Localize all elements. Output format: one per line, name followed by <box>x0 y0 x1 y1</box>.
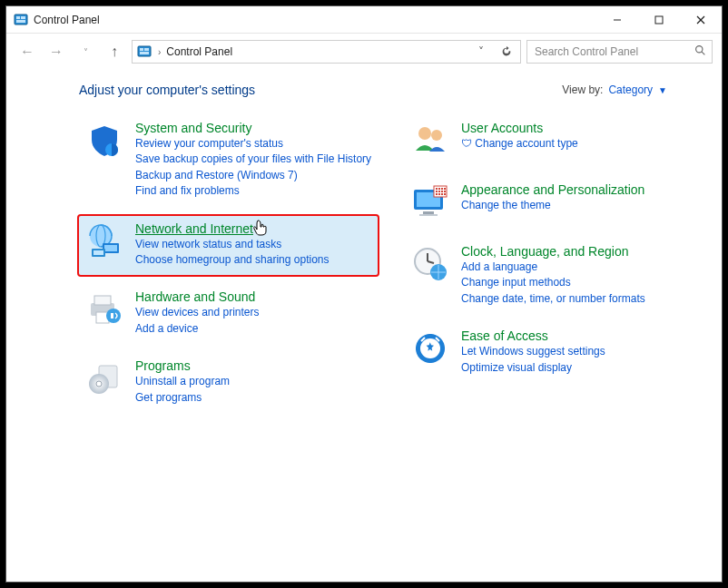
svg-rect-43 <box>444 191 446 192</box>
svg-rect-34 <box>419 214 438 216</box>
sub-link[interactable]: View devices and printers <box>135 305 372 320</box>
page-heading: Adjust your computer's settings <box>79 83 255 97</box>
svg-rect-20 <box>93 250 103 255</box>
up-button[interactable]: ↑ <box>103 40 126 64</box>
svg-rect-36 <box>436 188 438 190</box>
category-user-accounts[interactable]: User Accounts 🛡 Change account type <box>405 115 703 168</box>
address-bar[interactable]: › Control Panel ˅ <box>132 40 521 64</box>
svg-point-28 <box>96 381 102 387</box>
control-panel-icon <box>136 44 152 60</box>
titlebar: Control Panel <box>6 6 722 34</box>
sub-link[interactable]: Change the theme <box>461 198 698 213</box>
people-icon <box>410 121 450 161</box>
svg-rect-3 <box>16 20 25 23</box>
shield-icon <box>84 121 124 161</box>
sub-link[interactable]: 🛡 Change account type <box>461 136 698 152</box>
forward-button[interactable]: → <box>44 40 68 64</box>
category-hardware-sound[interactable]: Hardware and Sound View devices and prin… <box>79 284 378 344</box>
breadcrumb-chevron-icon[interactable]: › <box>158 47 161 57</box>
category-programs[interactable]: Programs Uninstall a program Get program… <box>79 353 378 413</box>
breadcrumb-root[interactable]: Control Panel <box>166 45 232 58</box>
search-box[interactable] <box>526 40 713 64</box>
disc-box-icon <box>84 358 124 398</box>
sub-link[interactable]: View network status and tasks <box>135 237 372 252</box>
view-by-label: View by: <box>562 83 603 96</box>
category-title[interactable]: Hardware and Sound <box>135 289 372 304</box>
search-input[interactable] <box>533 44 694 59</box>
back-button[interactable]: ← <box>15 40 39 64</box>
category-ease-of-access[interactable]: Ease of Access Let Windows suggest setti… <box>405 323 703 383</box>
category-column-right: User Accounts 🛡 Change account type Appe… <box>405 115 703 413</box>
svg-rect-22 <box>94 296 111 305</box>
svg-rect-42 <box>441 191 443 192</box>
svg-rect-9 <box>140 48 143 51</box>
svg-rect-47 <box>444 193 446 195</box>
view-by-control[interactable]: View by: Category ▼ <box>562 83 667 96</box>
svg-rect-2 <box>21 16 25 19</box>
category-title[interactable]: Programs <box>135 358 372 373</box>
sub-link[interactable]: Change date, time, or number formats <box>461 291 698 307</box>
svg-rect-25 <box>111 313 113 318</box>
close-button[interactable] <box>680 6 722 34</box>
window-title: Control Panel <box>34 14 100 26</box>
refresh-button[interactable] <box>497 42 516 62</box>
svg-rect-40 <box>436 191 438 192</box>
svg-rect-10 <box>144 48 149 51</box>
svg-point-30 <box>431 130 442 141</box>
control-panel-icon <box>14 13 28 27</box>
category-network-internet[interactable]: Network and Internet View network status… <box>79 216 378 276</box>
sub-link[interactable]: Save backup copies of your files with Fi… <box>135 152 372 167</box>
svg-point-29 <box>418 127 431 140</box>
ease-of-access-icon <box>410 328 450 368</box>
svg-rect-41 <box>438 191 440 192</box>
sub-link[interactable]: Change input methods <box>461 275 698 290</box>
content-area: Adjust your computer's settings View by:… <box>6 70 722 582</box>
sub-link[interactable]: Backup and Restore (Windows 7) <box>135 168 372 183</box>
svg-rect-45 <box>438 193 440 195</box>
svg-point-12 <box>696 46 703 53</box>
category-system-security[interactable]: System and Security Review your computer… <box>79 115 378 207</box>
nav-toolbar: ← → ˅ ↑ › Control Panel ˅ <box>6 34 722 70</box>
svg-rect-8 <box>138 46 151 56</box>
svg-rect-1 <box>16 16 20 19</box>
svg-rect-11 <box>140 52 149 54</box>
view-by-value[interactable]: Category <box>608 83 653 96</box>
category-clock-language-region[interactable]: Clock, Language, and Region Add a langua… <box>405 239 703 314</box>
category-title[interactable]: Network and Internet <box>135 221 372 236</box>
svg-rect-39 <box>444 188 446 190</box>
search-icon <box>694 44 706 59</box>
category-title[interactable]: Ease of Access <box>461 328 698 343</box>
sub-link[interactable]: Optimize visual display <box>461 360 698 376</box>
sub-link[interactable]: Add a language <box>461 260 698 275</box>
monitor-theme-icon <box>410 182 450 222</box>
globe-network-icon <box>84 221 124 261</box>
category-title[interactable]: System and Security <box>135 121 372 135</box>
category-appearance-personalization[interactable]: Appearance and Personalization Change th… <box>405 177 703 230</box>
clock-globe-icon <box>410 244 450 284</box>
category-title[interactable]: Appearance and Personalization <box>461 182 698 197</box>
control-panel-window: Control Panel ← → ˅ ↑ › Control Panel ˅ <box>5 5 723 583</box>
svg-rect-38 <box>441 188 443 190</box>
chevron-down-icon: ▼ <box>658 85 667 95</box>
sub-link[interactable]: Find and fix problems <box>135 183 372 199</box>
svg-rect-0 <box>15 15 27 24</box>
maximize-button[interactable] <box>638 6 680 34</box>
sub-link[interactable]: Get programs <box>135 390 372 406</box>
category-title[interactable]: User Accounts <box>461 121 698 135</box>
svg-rect-33 <box>423 211 434 214</box>
category-column-left: System and Security Review your computer… <box>79 115 378 413</box>
address-dropdown-button[interactable]: ˅ <box>471 42 491 62</box>
minimize-button[interactable] <box>596 6 638 34</box>
svg-rect-18 <box>104 245 117 251</box>
svg-rect-44 <box>436 193 438 195</box>
svg-rect-46 <box>441 193 443 195</box>
svg-rect-37 <box>438 188 440 190</box>
category-title[interactable]: Clock, Language, and Region <box>461 244 698 259</box>
sub-link[interactable]: Add a device <box>135 321 372 337</box>
sub-link[interactable]: Review your computer's status <box>135 136 372 152</box>
svg-line-13 <box>702 52 704 54</box>
sub-link[interactable]: Let Windows suggest settings <box>461 344 698 359</box>
sub-link[interactable]: Choose homegroup and sharing options <box>135 252 372 268</box>
sub-link[interactable]: Uninstall a program <box>135 374 372 389</box>
recent-dropdown[interactable]: ˅ <box>74 40 97 64</box>
